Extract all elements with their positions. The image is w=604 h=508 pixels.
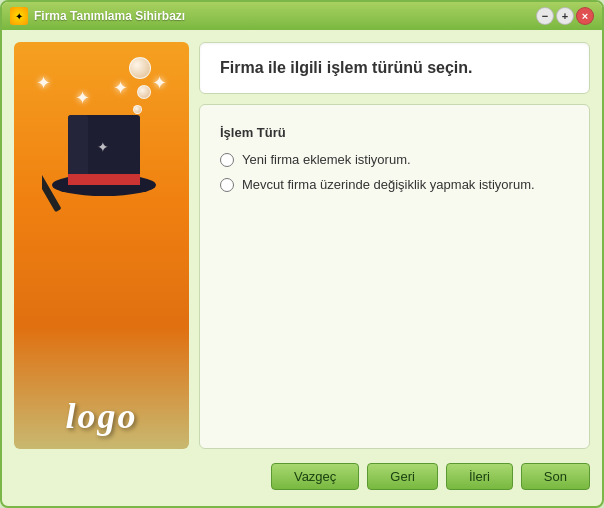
- ileri-button[interactable]: İleri: [446, 463, 513, 490]
- title-bar: ✦ Firma Tanımlama Sihirbazı − + ×: [2, 2, 602, 30]
- hat-container: ✦: [42, 97, 162, 220]
- svg-rect-0: [42, 144, 62, 212]
- footer: Vazgeç Geri İleri Son: [14, 459, 590, 494]
- logo-text: logo: [65, 395, 137, 437]
- radio-input-2[interactable]: [220, 178, 234, 192]
- main-content: ✦ ✦ ✦ ✦: [14, 42, 590, 449]
- header-box: Firma ile ilgili işlem türünü seçin.: [199, 42, 590, 94]
- bubble-large: [129, 57, 151, 79]
- section-label: İşlem Türü: [220, 125, 569, 140]
- radio-label-2: Mevcut firma üzerinde değişiklik yapmak …: [242, 177, 535, 192]
- radio-option-2[interactable]: Mevcut firma üzerinde değişiklik yapmak …: [220, 177, 569, 192]
- radio-option-1[interactable]: Yeni firma eklemek istiyorum.: [220, 152, 569, 167]
- window-controls: − + ×: [536, 7, 594, 25]
- window-body: ✦ ✦ ✦ ✦: [2, 30, 602, 506]
- content-box: İşlem Türü Yeni firma eklemek istiyorum.…: [199, 104, 590, 449]
- header-text: Firma ile ilgili işlem türünü seçin.: [220, 59, 473, 76]
- son-button[interactable]: Son: [521, 463, 590, 490]
- close-button[interactable]: ×: [576, 7, 594, 25]
- left-panel: ✦ ✦ ✦ ✦: [14, 42, 189, 449]
- svg-text:✦: ✦: [97, 139, 109, 155]
- geri-button[interactable]: Geri: [367, 463, 438, 490]
- vazgec-button[interactable]: Vazgeç: [271, 463, 359, 490]
- window-icon: ✦: [10, 7, 28, 25]
- radio-input-1[interactable]: [220, 153, 234, 167]
- radio-label-1: Yeni firma eklemek istiyorum.: [242, 152, 411, 167]
- minimize-button[interactable]: −: [536, 7, 554, 25]
- main-window: ✦ Firma Tanımlama Sihirbazı − + × ✦ ✦: [0, 0, 604, 508]
- right-panel: Firma ile ilgili işlem türünü seçin. İşl…: [199, 42, 590, 449]
- magic-hat-svg: ✦: [42, 97, 162, 217]
- maximize-button[interactable]: +: [556, 7, 574, 25]
- svg-rect-5: [68, 174, 140, 185]
- window-title: Firma Tanımlama Sihirbazı: [34, 9, 536, 23]
